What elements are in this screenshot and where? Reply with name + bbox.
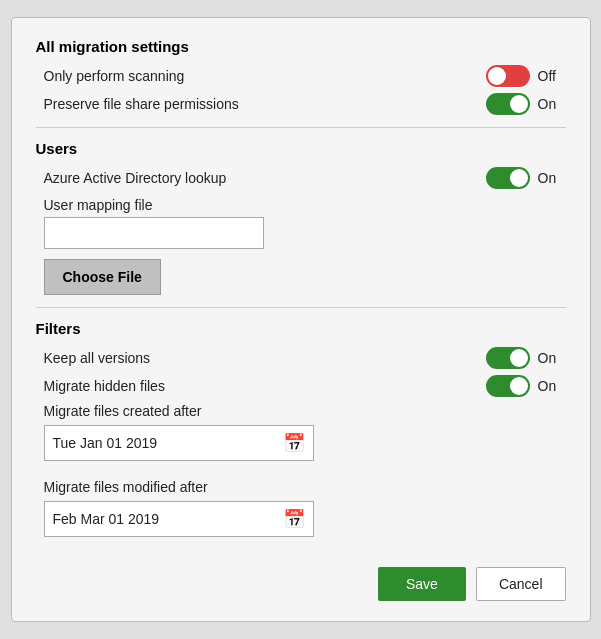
migrate-created-after-label: Migrate files created after (44, 403, 566, 419)
divider-1 (36, 127, 566, 128)
migrate-created-after-date-value: Tue Jan 01 2019 (53, 435, 283, 451)
dialog-footer: Save Cancel (36, 567, 566, 601)
only-perform-scanning-toggle[interactable] (486, 65, 530, 87)
migrate-created-after-date-input[interactable]: Tue Jan 01 2019 📅 (44, 425, 314, 461)
preserve-file-share-toggle-label: On (538, 96, 562, 112)
only-perform-scanning-toggle-knob (488, 67, 506, 85)
migrate-modified-after-date-input[interactable]: Feb Mar 01 2019 📅 (44, 501, 314, 537)
choose-file-button[interactable]: Choose File (44, 259, 161, 295)
only-perform-scanning-label: Only perform scanning (44, 68, 185, 84)
keep-all-versions-toggle-knob (510, 349, 528, 367)
migrate-hidden-files-toggle[interactable] (486, 375, 530, 397)
filters-settings-block: Keep all versions On Migrate hidden file… (44, 347, 566, 551)
users-section-title: Users (36, 140, 566, 157)
only-perform-scanning-toggle-label: Off (538, 68, 562, 84)
azure-ad-lookup-row: Azure Active Directory lookup On (44, 167, 566, 189)
user-mapping-file-input[interactable] (44, 217, 264, 249)
divider-2 (36, 307, 566, 308)
save-button[interactable]: Save (378, 567, 466, 601)
calendar-icon-created[interactable]: 📅 (283, 432, 305, 454)
preserve-file-share-toggle[interactable] (486, 93, 530, 115)
migrate-hidden-files-toggle-knob (510, 377, 528, 395)
cancel-button[interactable]: Cancel (476, 567, 566, 601)
dialog-title: All migration settings (36, 38, 566, 55)
keep-all-versions-label: Keep all versions (44, 350, 151, 366)
keep-all-versions-toggle-group: On (486, 347, 566, 369)
filters-section-title: Filters (36, 320, 566, 337)
migration-settings-block: Only perform scanning Off Preserve file … (44, 65, 566, 115)
calendar-icon-modified[interactable]: 📅 (283, 508, 305, 530)
keep-all-versions-toggle-label: On (538, 350, 562, 366)
keep-all-versions-toggle[interactable] (486, 347, 530, 369)
migration-settings-dialog: All migration settings Only perform scan… (11, 17, 591, 622)
azure-ad-lookup-toggle-group: On (486, 167, 566, 189)
azure-ad-lookup-label: Azure Active Directory lookup (44, 170, 227, 186)
preserve-file-share-row: Preserve file share permissions On (44, 93, 566, 115)
user-mapping-label: User mapping file (44, 197, 566, 213)
azure-ad-lookup-toggle[interactable] (486, 167, 530, 189)
only-perform-scanning-toggle-group: Off (486, 65, 566, 87)
users-settings-block: Azure Active Directory lookup On User ma… (44, 167, 566, 295)
preserve-file-share-toggle-group: On (486, 93, 566, 115)
azure-ad-lookup-toggle-knob (510, 169, 528, 187)
file-input-row (44, 217, 566, 249)
migrate-modified-after-label: Migrate files modified after (44, 479, 566, 495)
migrate-hidden-files-toggle-label: On (538, 378, 562, 394)
preserve-file-share-label: Preserve file share permissions (44, 96, 239, 112)
azure-ad-lookup-toggle-label: On (538, 170, 562, 186)
keep-all-versions-row: Keep all versions On (44, 347, 566, 369)
preserve-file-share-toggle-knob (510, 95, 528, 113)
migrate-modified-after-date-value: Feb Mar 01 2019 (53, 511, 283, 527)
migrate-hidden-files-row: Migrate hidden files On (44, 375, 566, 397)
migrate-hidden-files-label: Migrate hidden files (44, 378, 165, 394)
migrate-hidden-files-toggle-group: On (486, 375, 566, 397)
only-perform-scanning-row: Only perform scanning Off (44, 65, 566, 87)
